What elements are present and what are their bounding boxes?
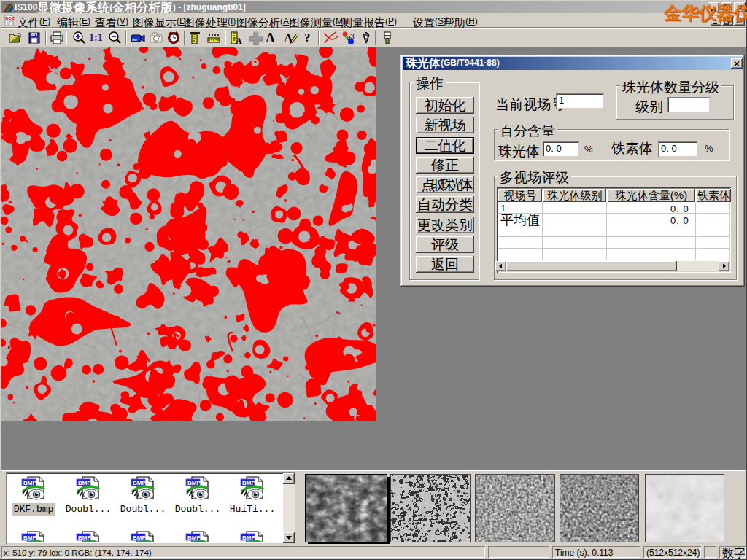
svg-text:A: A: [284, 31, 293, 45]
svg-text:DOC: DOC: [6, 16, 15, 20]
svg-text:A: A: [236, 36, 242, 45]
